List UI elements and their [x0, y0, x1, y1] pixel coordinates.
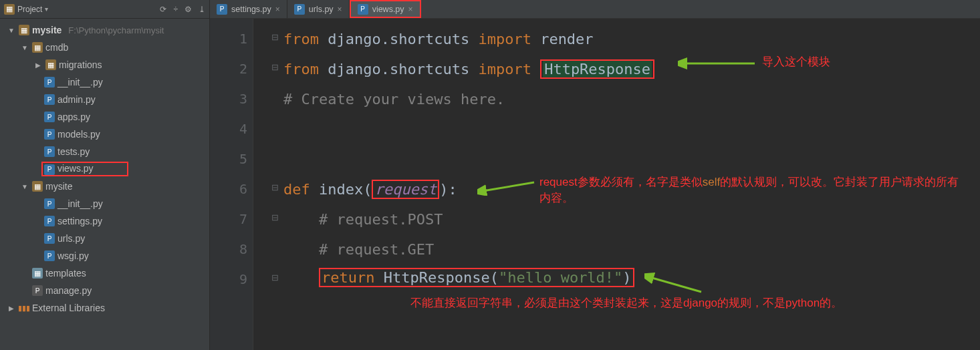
python-file-icon: P: [44, 216, 55, 226]
code-line: from django.shortcuts import render: [283, 31, 594, 47]
tree-row[interactable]: P admin.py: [0, 91, 209, 108]
code-line: def index(request):: [283, 181, 457, 198]
line-number: 5: [239, 151, 247, 167]
folder-icon: ▦: [32, 268, 43, 279]
fold-icon[interactable]: ⊟: [271, 212, 279, 222]
expand-icon[interactable]: ▶: [33, 61, 43, 69]
dropdown-icon[interactable]: ▾: [45, 5, 48, 13]
annotation-import: 导入这个模块: [762, 54, 830, 70]
fold-icon[interactable]: ⊟: [271, 62, 279, 72]
folder-templates: templates: [45, 268, 86, 279]
line-number: 4: [239, 121, 247, 137]
project-sidebar: ▦ Project ▾ ⟳ ÷ ⚙ ⤓ ▼ ▦ mysite F:\Python…: [0, 0, 210, 350]
file-settings: settings.py: [57, 216, 102, 226]
file-urls: urls.py: [57, 233, 85, 244]
code-line: # Create your views here.: [283, 91, 505, 108]
tab-label: views.py: [372, 5, 404, 14]
folder-mysite: mysite: [45, 181, 72, 192]
tree-row[interactable]: P manage.py: [0, 282, 209, 299]
editor-area: P settings.py × P urls.py × P views.py ×…: [210, 0, 980, 350]
python-file-icon: P: [44, 198, 55, 209]
file-wsgi: wsgi.py: [57, 250, 89, 261]
project-path: F:\Python\pycharm\mysit: [68, 25, 164, 35]
python-file-icon: P: [44, 112, 55, 122]
python-file-icon: P: [44, 129, 55, 140]
tree-row[interactable]: P urls.py: [0, 230, 209, 247]
tree-row[interactable]: ▦ templates: [0, 265, 209, 282]
tree-row[interactable]: P tests.py: [0, 143, 209, 160]
sidebar-toolbar: ⟳ ÷ ⚙ ⤓: [160, 5, 205, 14]
line-number: 7: [239, 211, 247, 227]
project-tree[interactable]: ▼ ▦ mysite F:\Python\pycharm\mysit ▼ ▦ c…: [0, 19, 209, 317]
tab-bar: P settings.py × P urls.py × P views.py ×: [210, 0, 980, 19]
highlight-box: return HttpResponse("hello world!"): [319, 268, 634, 287]
tree-row[interactable]: ▼ ▦ mysite F:\Python\pycharm\mysit: [0, 21, 209, 39]
python-file-icon: P: [44, 250, 55, 261]
highlight-box: HttpResponse: [540, 59, 654, 79]
tab-views[interactable]: P views.py ×: [350, 0, 421, 18]
highlight-box: P views.py: [41, 162, 128, 176]
project-icon: ▦: [4, 4, 15, 15]
fold-icon[interactable]: ⊟: [271, 182, 279, 192]
tree-row[interactable]: P __init__.py: [0, 195, 209, 212]
fold-column: ⊟ ⊟ ⊟ ⊟ ⊟: [253, 19, 287, 350]
external-libraries: External Libraries: [32, 303, 105, 313]
package-icon: ▦: [45, 59, 56, 70]
fold-icon[interactable]: ⊟: [271, 273, 279, 283]
folder-cmdb: cmdb: [45, 42, 68, 53]
tree-row[interactable]: P __init__.py: [0, 73, 209, 91]
line-number: 9: [239, 271, 247, 287]
fold-icon[interactable]: ⊟: [271, 32, 279, 42]
gutter: 1 2 3 4 5 6 7 8 9: [210, 19, 253, 350]
package-icon: ▦: [32, 181, 43, 192]
tab-label: settings.py: [231, 5, 271, 14]
code-line: # request.POST: [319, 211, 443, 228]
tree-row[interactable]: ▶ ▮▮▮ External Libraries: [0, 299, 209, 317]
python-file-icon: P: [44, 77, 55, 88]
tree-row[interactable]: P wsgi.py: [0, 247, 209, 265]
python-file-icon: P: [44, 94, 55, 105]
file-admin: admin.py: [57, 94, 96, 105]
file-tests: tests.py: [57, 146, 90, 157]
tree-row[interactable]: P settings.py: [0, 212, 209, 230]
tree-row[interactable]: ▶ ▦ migrations: [0, 56, 209, 73]
close-icon[interactable]: ×: [338, 5, 342, 14]
expand-icon[interactable]: ▼: [20, 44, 29, 51]
python-file-icon: P: [32, 285, 43, 296]
python-file-icon: P: [44, 233, 55, 244]
folder-icon: ▦: [19, 25, 29, 35]
annotation-return: 不能直接返回字符串，必须是由这个类封装起来，这是django的规则，不是pyth…: [410, 295, 932, 311]
tree-row[interactable]: P views.py: [0, 160, 209, 178]
sidebar-title: Project: [17, 5, 42, 14]
hide-icon[interactable]: ⤓: [199, 5, 205, 14]
tab-settings[interactable]: P settings.py ×: [210, 0, 287, 18]
tab-urls[interactable]: P urls.py ×: [287, 0, 350, 18]
expand-icon[interactable]: ▼: [20, 183, 29, 190]
line-number: 3: [239, 91, 247, 107]
file-init2: __init__.py: [57, 198, 103, 209]
collapse-all-icon[interactable]: ⟳: [160, 5, 166, 14]
line-number: 8: [239, 241, 247, 257]
file-apps: apps.py: [57, 112, 90, 122]
python-file-icon: P: [44, 146, 55, 157]
expand-icon[interactable]: ▼: [7, 27, 16, 34]
tree-row[interactable]: P apps.py: [0, 108, 209, 126]
code-line: return HttpResponse("hello world!"): [319, 269, 634, 286]
package-icon: ▦: [32, 42, 43, 53]
close-icon[interactable]: ×: [408, 5, 413, 14]
settings-icon[interactable]: ⚙: [185, 5, 192, 14]
file-manage: manage.py: [45, 285, 92, 296]
python-file-icon: P: [44, 164, 55, 175]
line-number: 2: [239, 61, 247, 77]
expand-icon[interactable]: ▶: [7, 305, 16, 312]
tree-row[interactable]: ▼ ▦ cmdb: [0, 39, 209, 56]
tree-row[interactable]: ▼ ▦ mysite: [0, 178, 209, 195]
line-number: 6: [239, 181, 247, 197]
line-number: 1: [239, 31, 247, 47]
locate-icon[interactable]: ÷: [173, 5, 178, 14]
tree-row[interactable]: P models.py: [0, 126, 209, 143]
highlight-box: request: [372, 180, 439, 199]
folder-migrations: migrations: [59, 59, 102, 70]
close-icon[interactable]: ×: [275, 5, 280, 14]
tab-label: urls.py: [309, 5, 334, 14]
